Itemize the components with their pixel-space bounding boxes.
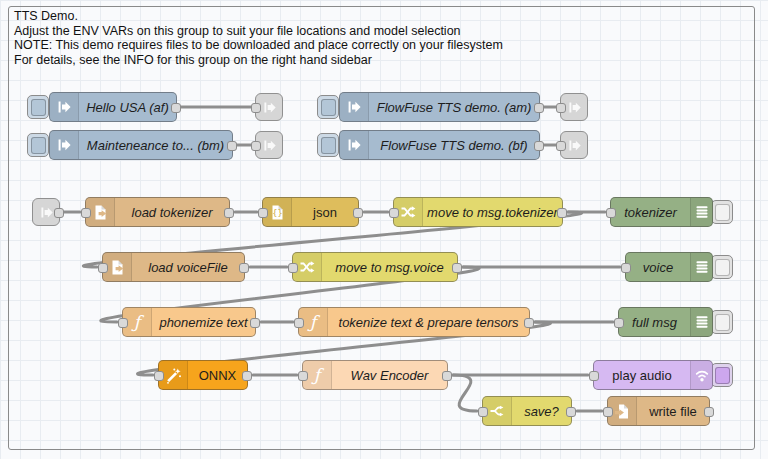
input-port[interactable] xyxy=(603,407,613,417)
node-debug-voice[interactable]: voice xyxy=(625,252,713,282)
inject-button[interactable] xyxy=(317,133,339,157)
node-label: move to msg.voice xyxy=(322,253,457,281)
link-arrow-icon xyxy=(262,100,277,115)
node-label: phonemize text xyxy=(152,308,255,336)
input-port[interactable] xyxy=(81,208,91,218)
output-port[interactable] xyxy=(557,208,567,218)
input-port[interactable] xyxy=(389,208,399,218)
output-port[interactable] xyxy=(242,371,252,381)
node-debug-full-msg[interactable]: full msg xyxy=(618,307,713,337)
node-move-to-msg-voice[interactable]: move to msg.voice xyxy=(292,252,458,282)
node-label: Hello USA (af) xyxy=(79,93,176,121)
output-port[interactable] xyxy=(534,103,544,113)
input-port[interactable] xyxy=(478,407,488,417)
node-load-tokenizer[interactable]: load tokenizer xyxy=(85,197,230,227)
inject-button[interactable] xyxy=(27,133,49,157)
output-port[interactable] xyxy=(224,208,234,218)
node-inject-flowfuse-bf[interactable]: FlowFuse TTS demo. (bf) xyxy=(339,130,540,160)
node-json[interactable]: {} json xyxy=(262,197,359,227)
play-audio-button[interactable] xyxy=(711,363,733,387)
node-inject-maintenance[interactable]: Mainteneance to... (bm) xyxy=(49,130,233,160)
node-onnx[interactable]: ONNX xyxy=(158,360,248,390)
wire-layer xyxy=(0,0,768,459)
debug-button-inner xyxy=(715,314,730,331)
output-port[interactable] xyxy=(353,208,363,218)
svg-text:{}: {} xyxy=(272,208,282,218)
node-label: write file xyxy=(637,397,709,425)
output-port[interactable] xyxy=(54,208,64,218)
inject-button[interactable] xyxy=(27,95,49,119)
node-link-out[interactable] xyxy=(255,93,283,121)
node-inject-flowfuse-am[interactable]: FlowFuse TTS demo. (am) xyxy=(339,92,540,122)
node-red-canvas[interactable]: { "comment": { "lines": [ "TTS Demo.", "… xyxy=(0,0,768,459)
debug-toggle-button[interactable] xyxy=(711,255,733,279)
node-tokenize-text-prepare-tensors[interactable]: ƒ tokenize text & prepare tensors xyxy=(298,307,530,337)
node-label: json xyxy=(292,198,358,226)
node-label: Mainteneance to... (bm) xyxy=(79,131,232,159)
input-port[interactable] xyxy=(288,263,298,273)
input-port[interactable] xyxy=(251,103,261,113)
node-label: move to msg.tokenizer xyxy=(423,198,562,226)
input-port[interactable] xyxy=(118,318,128,328)
node-move-to-msg-tokenizer[interactable]: move to msg.tokenizer xyxy=(393,197,563,227)
node-label: play audio xyxy=(594,361,690,389)
node-phonemize-text[interactable]: ƒ phonemize text xyxy=(122,307,256,337)
node-wav-encoder[interactable]: ƒ Wav Encoder xyxy=(302,360,448,390)
input-port[interactable] xyxy=(556,103,566,113)
inject-button-inner xyxy=(321,137,336,154)
debug-toggle-button[interactable] xyxy=(711,310,733,334)
output-port[interactable] xyxy=(171,103,181,113)
node-play-audio[interactable]: play audio xyxy=(593,360,713,390)
input-port[interactable] xyxy=(614,318,624,328)
console-lines-icon xyxy=(690,308,712,336)
input-port[interactable] xyxy=(98,263,108,273)
inject-arrow-icon xyxy=(50,93,79,121)
node-label: tokenizer xyxy=(611,198,690,226)
output-port[interactable] xyxy=(239,263,249,273)
node-link-out[interactable] xyxy=(560,131,588,159)
input-port[interactable] xyxy=(294,318,304,328)
wire[interactable] xyxy=(453,375,477,411)
inject-button[interactable] xyxy=(317,95,339,119)
input-port[interactable] xyxy=(606,208,616,218)
node-link-out[interactable] xyxy=(255,131,283,159)
output-port[interactable] xyxy=(442,371,452,381)
inject-arrow-icon xyxy=(340,131,369,159)
output-port[interactable] xyxy=(566,407,576,417)
input-port[interactable] xyxy=(621,263,631,273)
node-label: save? xyxy=(512,397,571,425)
output-port[interactable] xyxy=(250,318,260,328)
input-port[interactable] xyxy=(258,208,268,218)
debug-button-inner xyxy=(715,204,730,221)
node-label: voice xyxy=(626,253,690,281)
debug-button-inner xyxy=(715,259,730,276)
output-port[interactable] xyxy=(704,407,714,417)
output-port[interactable] xyxy=(524,318,534,328)
output-port[interactable] xyxy=(452,263,462,273)
inject-button-inner xyxy=(321,99,336,116)
input-port[interactable] xyxy=(154,371,164,381)
inject-button-inner xyxy=(31,137,46,154)
link-arrow-icon xyxy=(567,100,582,115)
output-port[interactable] xyxy=(227,141,237,151)
node-load-voicefile[interactable]: load voiceFile xyxy=(102,252,245,282)
node-label: load tokenizer xyxy=(115,198,229,226)
input-port[interactable] xyxy=(298,371,308,381)
node-label: Wav Encoder xyxy=(332,361,447,389)
output-port[interactable] xyxy=(534,141,544,151)
node-debug-tokenizer[interactable]: tokenizer xyxy=(610,197,713,227)
link-arrow-icon xyxy=(567,138,582,153)
inject-arrow-icon xyxy=(50,131,79,159)
node-switch-save[interactable]: save? xyxy=(482,396,572,426)
input-port[interactable] xyxy=(589,371,599,381)
node-inject-hello-usa[interactable]: Hello USA (af) xyxy=(49,92,177,122)
node-link-in[interactable] xyxy=(32,198,60,226)
node-write-file[interactable]: write file xyxy=(607,396,710,426)
inject-button-inner xyxy=(31,99,46,116)
debug-toggle-button[interactable] xyxy=(711,200,733,224)
node-label: tokenize text & prepare tensors xyxy=(328,308,529,336)
node-link-out[interactable] xyxy=(560,93,588,121)
input-port[interactable] xyxy=(556,141,566,151)
console-lines-icon xyxy=(690,198,712,226)
input-port[interactable] xyxy=(251,141,261,151)
